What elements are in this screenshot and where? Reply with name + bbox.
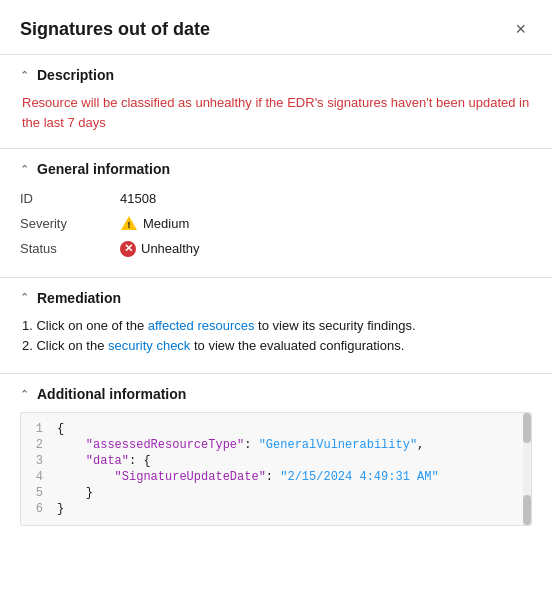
scrollbar-thumb-bottom (523, 495, 531, 525)
description-section-header[interactable]: ⌃ Description (20, 67, 532, 83)
description-chevron-icon: ⌃ (20, 69, 29, 82)
line-content-6: } (53, 501, 531, 517)
id-value: 41508 (120, 187, 532, 210)
line-num-3: 3 (21, 453, 53, 469)
code-lines: 1 { 2 "assessedResourceType": "GeneralVu… (21, 421, 531, 517)
remediation-chevron-icon: ⌃ (20, 291, 29, 304)
line-content-1: { (53, 421, 531, 437)
code-line-1: 1 { (21, 421, 531, 437)
additional-info-section-title: Additional information (37, 386, 186, 402)
line-num-1: 1 (21, 421, 53, 437)
scrollbar-thumb-top (523, 413, 531, 443)
additional-info-chevron-icon: ⌃ (20, 388, 29, 401)
line-content-5: } (53, 485, 531, 501)
id-label: ID (20, 187, 120, 210)
code-line-5: 5 } (21, 485, 531, 501)
line-content-3: "data": { (53, 453, 531, 469)
line-num-2: 2 (21, 437, 53, 453)
remediation-section-header[interactable]: ⌃ Remediation (20, 290, 532, 306)
severity-value: ! Medium (120, 210, 532, 236)
remediation-section: ⌃ Remediation 1. Click on one of the aff… (0, 278, 552, 375)
remediation-step-2: 2. Click on the security check to view t… (20, 336, 532, 357)
general-info-section-header[interactable]: ⌃ General information (20, 161, 532, 177)
general-info-section: ⌃ General information ID 41508 Severity … (0, 149, 552, 278)
line-content-2: "assessedResourceType": "GeneralVulnerab… (53, 437, 531, 453)
remediation-section-title: Remediation (37, 290, 121, 306)
line-num-6: 6 (21, 501, 53, 517)
general-info-chevron-icon: ⌃ (20, 163, 29, 176)
remediation-step-1: 1. Click on one of the affected resource… (20, 316, 532, 337)
line-content-4: "SignatureUpdateDate": "2/15/2024 4:49:3… (53, 469, 531, 485)
severity-text: Medium (143, 216, 189, 231)
description-section: ⌃ Description Resource will be classifie… (0, 55, 552, 149)
line-num-5: 5 (21, 485, 53, 501)
warning-icon: ! (120, 214, 138, 232)
status-value: ✕ Unhealthy (120, 236, 532, 261)
status-row: Status ✕ Unhealthy (20, 236, 532, 261)
general-info-section-title: General information (37, 161, 170, 177)
code-line-6: 6 } (21, 501, 531, 517)
panel-title: Signatures out of date (20, 19, 210, 40)
description-section-title: Description (37, 67, 114, 83)
code-line-4: 4 "SignatureUpdateDate": "2/15/2024 4:49… (21, 469, 531, 485)
security-check-link[interactable]: security check (108, 338, 190, 353)
close-button[interactable]: × (509, 18, 532, 40)
scrollbar[interactable] (523, 413, 531, 525)
panel-header: Signatures out of date × (0, 0, 552, 55)
id-row: ID 41508 (20, 187, 532, 210)
code-line-3: 3 "data": { (21, 453, 531, 469)
status-text: Unhealthy (141, 241, 200, 256)
status-label: Status (20, 236, 120, 261)
affected-resources-link[interactable]: affected resources (148, 318, 255, 333)
description-text: Resource will be classified as unhealthy… (22, 93, 532, 132)
svg-text:!: ! (128, 220, 131, 230)
severity-badge: ! Medium (120, 214, 532, 232)
panel: Signatures out of date × ⌃ Description R… (0, 0, 552, 604)
remediation-list: 1. Click on one of the affected resource… (20, 316, 532, 358)
additional-info-section: ⌃ Additional information 1 { 2 "assessed… (0, 374, 552, 542)
line-num-4: 4 (21, 469, 53, 485)
severity-label: Severity (20, 210, 120, 236)
severity-row: Severity ! Medium (20, 210, 532, 236)
code-block: 1 { 2 "assessedResourceType": "GeneralVu… (20, 412, 532, 526)
additional-info-section-header[interactable]: ⌃ Additional information (20, 386, 532, 402)
code-line-2: 2 "assessedResourceType": "GeneralVulner… (21, 437, 531, 453)
error-circle-icon: ✕ (120, 241, 136, 257)
status-badge: ✕ Unhealthy (120, 241, 200, 257)
general-info-table: ID 41508 Severity ! Medium (20, 187, 532, 261)
